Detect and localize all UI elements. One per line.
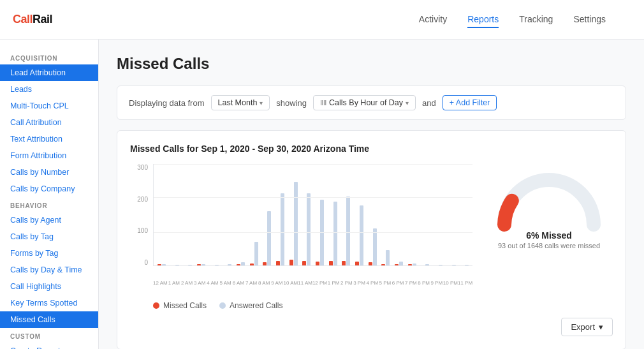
gauge-sub: 93 out of 1648 calls were missed [498,242,600,249]
and-label: and [422,98,436,108]
x-label: 3 PM [353,280,365,286]
sidebar-item-calls-by-day-&-time[interactable]: Calls by Day & Time [0,262,98,278]
bar-answered [188,265,192,265]
date-range-value: Last Month [218,98,258,107]
sidebar-item-call-highlights[interactable]: Call Highlights [0,278,98,295]
bar-group [418,164,432,265]
bar-missed [302,261,306,265]
legend-answered: Answered Calls [219,301,282,310]
sidebar-item-calls-by-company[interactable]: Calls by Company [0,181,98,197]
sidebar-item-call-attribution[interactable]: Call Attribution [0,114,98,131]
bar-chart-wrapper: 300 200 100 0 [130,164,472,279]
bar-missed [197,264,201,265]
chart-legend: Missed Calls Answered Calls [130,301,472,310]
bar-group [181,164,194,265]
sidebar-item-text-attribution[interactable]: Text Attribution [0,131,98,147]
sidebar-item-calls-by-number[interactable]: Calls by Number [0,164,98,181]
export-row: Export ▾ [130,318,613,336]
gauge-percent: 6% Missed [498,230,600,241]
bar-answered [360,205,363,265]
bar-group [406,164,419,265]
filter-prefix: Displaying data from [129,98,205,108]
grid-line-300 [154,164,472,165]
bar-answered [175,265,179,265]
date-range-select[interactable]: Last Month ▾ [211,95,270,110]
bar-answered [425,264,429,265]
x-label: 11 PM [458,280,472,286]
sidebar-item-lead-attribution[interactable]: Lead Attribution [0,64,98,81]
x-label: 10 AM [284,280,298,286]
bar-group [300,164,313,265]
date-range-chevron: ▾ [260,100,263,107]
bar-group [194,164,208,265]
y-label-100: 100 [137,227,148,234]
x-label: 5 AM [219,280,232,286]
x-label: 9 PM [430,280,443,286]
nav-tracking[interactable]: Tracking [519,11,553,28]
bar-group [155,164,168,265]
bar-missed [408,264,412,265]
missed-dot [153,302,159,309]
sidebar-item-leads[interactable]: Leads [0,81,98,98]
top-nav: CallRail Activity Reports Tracking Setti… [0,0,644,40]
y-label-0: 0 [144,259,148,266]
bar-group [287,164,300,265]
add-filter-button[interactable]: + Add Filter [443,95,497,110]
bar-answered [162,264,166,265]
bar-missed [395,264,399,265]
bar-missed [263,262,267,265]
sidebar-item-calls-by-tag[interactable]: Calls by Tag [0,228,98,245]
export-chevron: ▾ [599,322,603,332]
x-labels: 12 AM1 AM2 AM3 AM4 AM5 AM6 AM7 AM8 AM9 A… [153,280,472,286]
sidebar-item-multi-touch-cpl[interactable]: Multi-Touch CPL [0,98,98,114]
bar-answered [228,264,231,265]
bar-answered [294,182,298,265]
sidebar-item-key-terms-spotted[interactable]: Key Terms Spotted [0,295,98,311]
bar-answered [465,265,469,265]
bar-group [168,164,182,265]
filter-row: Displaying data from Last Month ▾ showin… [129,95,614,110]
x-label: 7 AM [245,280,258,286]
bar-answered [281,193,284,265]
grid-line-100 [154,232,472,233]
bar-missed [276,261,280,265]
sidebar-section-2: CUSTOM [0,328,98,343]
sidebar-item-form-attribution[interactable]: Form Attribution [0,147,98,164]
main-content: Missed Calls Displaying data from Last M… [99,40,644,349]
x-label: 4 AM [206,280,219,286]
logo-rail: Rail [33,13,52,26]
sidebar-section-1: BEHAVIOR [0,197,98,212]
bar-group [379,164,392,265]
chart-plot [153,164,472,266]
sidebar: ACQUISITIONLead AttributionLeadsMulti-To… [0,40,99,349]
chart-type-select[interactable]: ⅡⅡ Calls By Hour of Day ▾ [313,95,416,110]
sidebar-item-forms-by-tag[interactable]: Forms by Tag [0,245,98,262]
nav-activity[interactable]: Activity [419,11,447,28]
bar-group [274,164,287,265]
x-label: 1 AM [168,280,180,286]
bar-group [208,164,221,265]
bar-group [392,164,406,265]
answered-label: Answered Calls [230,301,282,310]
nav-reports[interactable]: Reports [467,11,499,28]
nav-links: Activity Reports Tracking Settings [419,11,606,28]
bar-missed [381,264,385,265]
sidebar-item-create-report[interactable]: Create Report [0,343,98,349]
bar-group [260,164,274,265]
sidebar-item-missed-calls[interactable]: Missed Calls [0,311,98,328]
gauge-svg [498,170,600,228]
export-button[interactable]: Export ▾ [561,318,613,336]
x-label: 9 AM [270,280,283,286]
gauge-wrap: 6% Missed 93 out of 1648 calls were miss… [485,164,613,249]
chart-title: Missed Calls for Sep 1, 2020 - Sep 30, 2… [130,144,613,154]
bar-missed [316,262,319,265]
bar-group [339,164,353,265]
export-label: Export [571,322,595,332]
sidebar-item-calls-by-agent[interactable]: Calls by Agent [0,212,98,228]
page-title: Missed Calls [117,55,626,73]
nav-settings[interactable]: Settings [573,11,606,28]
x-label: 2 AM [180,280,193,286]
bar-missed [369,262,372,265]
chart-type-chevron: ▾ [406,100,409,107]
x-label: 8 PM [417,280,430,286]
